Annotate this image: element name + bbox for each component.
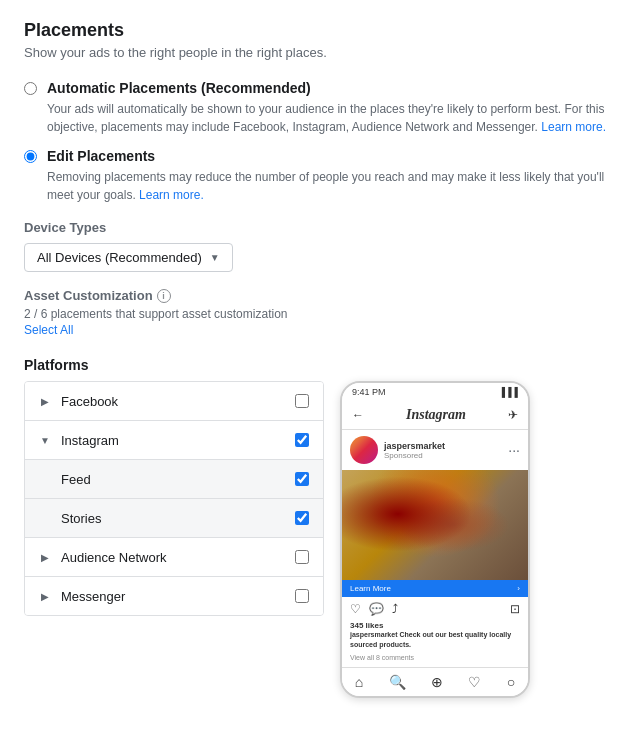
share-icon: ⤴: [392, 602, 398, 616]
edit-placements-option[interactable]: Edit Placements Removing placements may …: [24, 148, 616, 204]
device-types-dropdown[interactable]: All Devices (Recommended) ▼: [24, 243, 233, 272]
post-actions: ♡ 💬 ⤴ ⊡: [342, 597, 528, 621]
asset-customization-count: 2 / 6 placements that support asset cust…: [24, 307, 616, 321]
automatic-placements-radio[interactable]: [24, 82, 37, 95]
instagram-stories-checkbox-cell[interactable]: [293, 509, 311, 527]
ig-back-icon: ←: [352, 408, 364, 422]
post-sponsored: Sponsored: [384, 451, 508, 460]
instagram-stories-label: Stories: [61, 511, 293, 526]
automatic-placements-label[interactable]: Automatic Placements (Recommended): [47, 80, 311, 96]
search-nav-icon: 🔍: [389, 674, 406, 690]
facebook-row[interactable]: ▶ Facebook: [25, 382, 323, 421]
post-username: jaspersmarket: [384, 441, 508, 451]
asset-customization-info-icon[interactable]: i: [157, 289, 171, 303]
phone-bottom-nav: ⌂ 🔍 ⊕ ♡ ○: [342, 667, 528, 696]
audience-network-checkbox[interactable]: [295, 550, 309, 564]
edit-learn-more-link[interactable]: Learn more.: [139, 188, 204, 202]
facebook-checkbox-cell[interactable]: [293, 392, 311, 410]
messenger-row[interactable]: ▶ Messenger: [25, 577, 323, 615]
instagram-feed-checkbox-cell[interactable]: [293, 470, 311, 488]
messenger-label: Messenger: [61, 589, 293, 604]
asset-customization-title: Asset Customization i: [24, 288, 616, 303]
audience-network-checkbox-cell[interactable]: [293, 548, 311, 566]
home-nav-icon: ⌂: [355, 674, 363, 690]
audience-network-row[interactable]: ▶ Audience Network: [25, 538, 323, 577]
dropdown-arrow-icon: ▼: [210, 252, 220, 263]
audience-network-label: Audience Network: [61, 550, 293, 565]
platforms-layout: ▶ Facebook ▼ Instagram Feed: [24, 381, 616, 698]
instagram-stories-row[interactable]: Stories: [25, 499, 323, 538]
post-menu-icon: ···: [508, 442, 520, 458]
learn-more-text: Learn More: [350, 584, 391, 593]
edit-placements-desc: Removing placements may reduce the numbe…: [47, 168, 616, 204]
messenger-chevron-icon: ▶: [37, 588, 53, 604]
post-caption: jaspersmarket Check out our best quality…: [342, 630, 528, 654]
instagram-feed-label: Feed: [61, 472, 293, 487]
phone-time: 9:41 PM: [352, 387, 386, 397]
comment-icon: 💬: [369, 602, 384, 616]
instagram-checkbox[interactable]: [295, 433, 309, 447]
messenger-checkbox[interactable]: [295, 589, 309, 603]
select-all-link[interactable]: Select All: [24, 323, 616, 337]
automatic-placements-option[interactable]: Automatic Placements (Recommended) Your …: [24, 80, 616, 136]
activity-nav-icon: ♡: [468, 674, 481, 690]
learn-more-arrow-icon: ›: [517, 584, 520, 593]
phone-ig-nav: ← Instagram ✈: [342, 401, 528, 430]
ig-send-icon: ✈: [508, 408, 518, 422]
ig-logo: Instagram: [406, 407, 466, 423]
audience-network-chevron-icon: ▶: [37, 549, 53, 565]
edit-placements-radio[interactable]: [24, 150, 37, 163]
facebook-label: Facebook: [61, 394, 293, 409]
bookmark-icon: ⊡: [510, 602, 520, 616]
add-nav-icon: ⊕: [431, 674, 443, 690]
phone-preview: 9:41 PM ▐▐▐ ← Instagram ✈ jaspersmarket …: [340, 381, 530, 698]
likes-count: 345 likes: [342, 621, 528, 630]
phone-status-bar: 9:41 PM ▐▐▐: [342, 383, 528, 401]
like-icon: ♡: [350, 602, 361, 616]
phone-signal-icon: ▐▐▐: [499, 387, 518, 397]
platforms-title: Platforms: [24, 357, 616, 373]
device-types-selected: All Devices (Recommended): [37, 250, 202, 265]
page-subtitle: Show your ads to the right people in the…: [24, 45, 616, 60]
profile-nav-icon: ○: [507, 674, 515, 690]
automatic-placements-desc: Your ads will automatically be shown to …: [47, 100, 616, 136]
post-avatar: [350, 436, 378, 464]
instagram-feed-row[interactable]: Feed: [25, 460, 323, 499]
instagram-checkbox-cell[interactable]: [293, 431, 311, 449]
instagram-row[interactable]: ▼ Instagram: [25, 421, 323, 460]
edit-placements-label[interactable]: Edit Placements: [47, 148, 155, 164]
instagram-feed-checkbox[interactable]: [295, 472, 309, 486]
post-header: jaspersmarket Sponsored ···: [342, 430, 528, 470]
platform-list: ▶ Facebook ▼ Instagram Feed: [24, 381, 324, 616]
instagram-stories-checkbox[interactable]: [295, 511, 309, 525]
page-title: Placements: [24, 20, 616, 41]
instagram-chevron-icon: ▼: [37, 432, 53, 448]
learn-more-bar: Learn More ›: [342, 580, 528, 597]
facebook-checkbox[interactable]: [295, 394, 309, 408]
view-comments: View all 8 comments: [342, 654, 528, 667]
post-image: [342, 470, 528, 580]
instagram-label: Instagram: [61, 433, 293, 448]
messenger-checkbox-cell[interactable]: [293, 587, 311, 605]
device-types-label: Device Types: [24, 220, 616, 235]
automatic-learn-more-link[interactable]: Learn more.: [541, 120, 606, 134]
facebook-chevron-icon: ▶: [37, 393, 53, 409]
post-user-info: jaspersmarket Sponsored: [384, 441, 508, 460]
